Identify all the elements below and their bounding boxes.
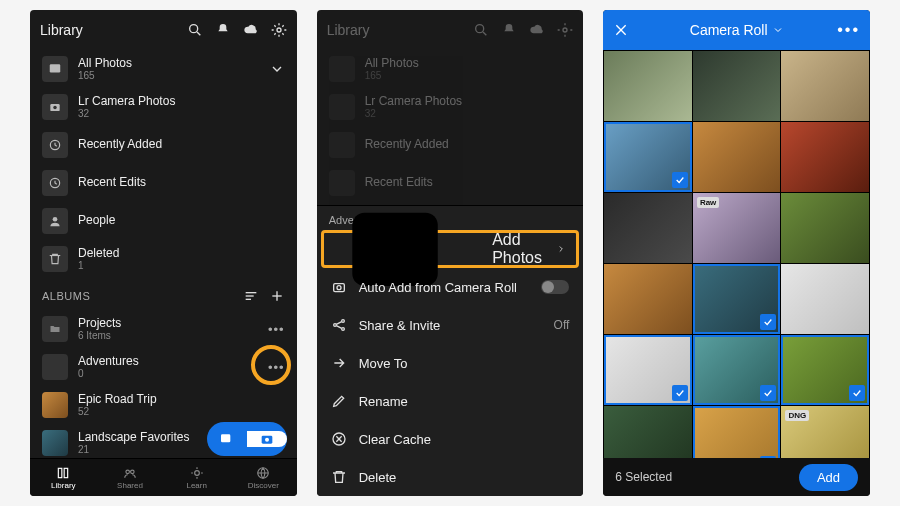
photo-cell[interactable]: DNG <box>781 406 869 458</box>
add-album-icon[interactable] <box>269 288 285 304</box>
list-item-all-photos[interactable]: All Photos165 <box>30 50 297 88</box>
toggle-off[interactable] <box>541 280 569 294</box>
svg-rect-32 <box>352 212 437 285</box>
topbar-title: Library <box>327 22 474 38</box>
album-epic-road-trip[interactable]: Epic Road Trip52 <box>30 386 297 424</box>
camera-icon <box>331 279 347 295</box>
svg-rect-35 <box>333 284 344 292</box>
add-button[interactable]: Add <box>799 464 858 491</box>
cloud-icon <box>529 22 545 38</box>
person-icon <box>42 208 68 234</box>
chevron-down-icon <box>269 61 285 77</box>
bell-icon[interactable] <box>215 22 231 38</box>
list-item-recently-added[interactable]: Recently Added <box>30 126 297 164</box>
photo-cell[interactable] <box>693 406 781 458</box>
photo-cell[interactable] <box>693 51 781 121</box>
photo-cell[interactable] <box>604 335 692 405</box>
clock-icon <box>42 170 68 196</box>
tab-library[interactable]: Library <box>30 459 97 496</box>
tab-learn[interactable]: Learn <box>163 459 230 496</box>
photo-cell[interactable] <box>604 406 692 458</box>
topbar: Library <box>317 10 584 50</box>
album-more-icon[interactable]: ••• <box>268 360 285 375</box>
context-menu: Adventures Add Photos Auto Add from Came… <box>317 205 584 496</box>
photo-cell[interactable] <box>781 122 869 192</box>
more-icon[interactable]: ••• <box>837 21 860 39</box>
svg-point-23 <box>194 470 199 475</box>
album-thumb <box>42 392 68 418</box>
svg-rect-19 <box>59 468 63 477</box>
svg-line-40 <box>336 322 341 325</box>
menu-item-add-photos[interactable]: Add Photos <box>321 230 580 268</box>
svg-point-29 <box>476 25 484 33</box>
tab-discover[interactable]: Discover <box>230 459 297 496</box>
share-icon <box>331 317 347 333</box>
format-badge: DNG <box>785 410 809 421</box>
albums-header: ALBUMS <box>30 278 297 310</box>
menu-item-delete[interactable]: Delete <box>317 458 584 496</box>
list-item-people[interactable]: People <box>30 202 297 240</box>
svg-point-21 <box>126 470 130 474</box>
svg-point-31 <box>563 28 567 32</box>
album-thumb <box>42 354 68 380</box>
tab-shared[interactable]: Shared <box>97 459 164 496</box>
photo-cell[interactable] <box>693 122 781 192</box>
photo-cell[interactable] <box>604 122 692 192</box>
add-image-icon[interactable] <box>207 431 247 447</box>
camera-icon[interactable] <box>247 431 287 447</box>
photo-cell[interactable] <box>781 193 869 263</box>
svg-point-37 <box>333 324 336 327</box>
photo-cell[interactable] <box>693 335 781 405</box>
list-item-lr-camera[interactable]: Lr Camera Photos32 <box>30 88 297 126</box>
photo-cell[interactable] <box>693 264 781 334</box>
svg-rect-14 <box>221 434 230 442</box>
menu-item-rename[interactable]: Rename <box>317 382 584 420</box>
photo-cell[interactable] <box>781 335 869 405</box>
photo-cell[interactable] <box>781 264 869 334</box>
photo-cell[interactable] <box>604 51 692 121</box>
svg-point-5 <box>53 106 57 110</box>
photo-grid: RawDNG <box>603 50 870 458</box>
menu-item-move-to[interactable]: Move To <box>317 344 584 382</box>
cloud-icon[interactable] <box>243 22 259 38</box>
search-icon[interactable] <box>187 22 203 38</box>
chevron-down-icon <box>772 24 784 36</box>
clear-icon <box>331 431 347 447</box>
lr-camera-icon <box>42 94 68 120</box>
selected-check-icon <box>760 385 776 401</box>
tabbar: Library Shared Learn Discover <box>30 458 297 496</box>
trash-icon <box>331 469 347 485</box>
album-projects[interactable]: Projects6 Items ••• <box>30 310 297 348</box>
album-adventures[interactable]: Adventures0 ••• <box>30 348 297 386</box>
phone-camera-roll: Camera Roll ••• RawDNG 6 Selected Add <box>603 10 870 496</box>
gear-icon[interactable] <box>271 22 287 38</box>
photo-cell[interactable] <box>604 193 692 263</box>
photo-cell[interactable]: Raw <box>693 193 781 263</box>
album-more-icon[interactable]: ••• <box>268 322 285 337</box>
svg-point-8 <box>53 217 58 222</box>
selected-check-icon <box>672 385 688 401</box>
trash-icon <box>42 246 68 272</box>
sort-icon[interactable] <box>243 288 259 304</box>
photo-cell[interactable] <box>781 51 869 121</box>
svg-rect-20 <box>64 468 68 477</box>
close-icon[interactable] <box>613 22 629 38</box>
list-item-recent-edits[interactable]: Recent Edits <box>30 164 297 202</box>
svg-point-36 <box>337 286 341 290</box>
chevron-right-icon <box>556 241 566 257</box>
album-thumb <box>42 430 68 456</box>
add-photos-fab[interactable] <box>207 422 287 456</box>
phone-album-menu: Library All Photos165 Lr Camera Photos32… <box>317 10 584 496</box>
search-icon <box>473 22 489 38</box>
menu-item-clear-cache[interactable]: Clear Cache <box>317 420 584 458</box>
svg-point-39 <box>341 328 344 331</box>
clock-icon <box>42 132 68 158</box>
selected-count: 6 Selected <box>615 470 799 484</box>
svg-point-2 <box>277 28 281 32</box>
camera-roll-dropdown[interactable]: Camera Roll <box>690 22 784 38</box>
selected-check-icon <box>760 314 776 330</box>
svg-line-30 <box>483 32 486 35</box>
svg-point-38 <box>341 320 344 323</box>
photo-cell[interactable] <box>604 264 692 334</box>
list-item-deleted[interactable]: Deleted1 <box>30 240 297 278</box>
